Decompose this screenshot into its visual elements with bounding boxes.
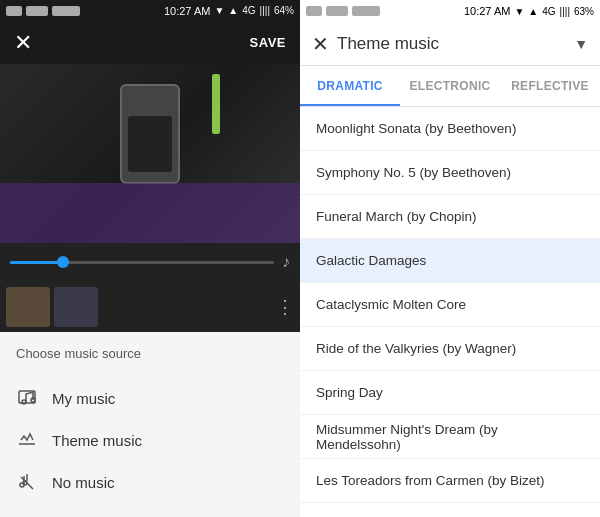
battery-icon: 64% [274,5,294,16]
right-status-time: 10:27 AM [464,5,510,17]
timeline-thumb[interactable] [57,256,69,268]
tab-reflective[interactable]: REFLECTIVE [500,66,600,106]
my-music-label: My music [52,390,115,407]
clip-thumb-1[interactable] [6,287,50,327]
music-note-icon: ♪ [282,253,290,271]
right-battery-icon: 63% [574,6,594,17]
right-panel-title: Theme music [337,34,566,54]
music-list-item[interactable]: Spring Day [300,371,600,415]
music-item-label: Ride of the Valkyries (by Wagner) [316,341,516,356]
wifi-icon: ▲ [228,5,238,16]
music-list-item[interactable]: Ride of the Valkyries (by Wagner) [300,327,600,371]
save-button[interactable]: SAVE [250,35,286,50]
svg-point-6 [23,481,27,485]
notification-icon: ▼ [214,5,224,16]
left-status-right: 10:27 AM ▼ ▲ 4G |||| 64% [164,5,294,17]
music-list-item[interactable]: Les Toreadors from Carmen (by Bizet) [300,459,600,503]
music-list-item[interactable]: Funeral March (by Chopin) [300,195,600,239]
close-icon[interactable]: ✕ [14,30,32,56]
right-wifi-icon: ▲ [528,6,538,17]
music-list-item[interactable]: Happy Tears [300,503,600,517]
left-toolbar: ✕ SAVE [0,21,300,64]
music-source-title: Choose music source [16,346,284,361]
music-list-item[interactable]: Midsummer Night's Dream (by Mendelssohn) [300,415,600,459]
right-status-right: 10:27 AM ▼ ▲ 4G |||| 63% [464,5,594,17]
purple-overlay [0,183,300,243]
clips-strip: ⋮ [0,282,300,332]
no-music-item[interactable]: No music [16,461,284,503]
signal-icon: 4G [242,5,255,16]
tabs-bar: DRAMATIC ELECTRONIC REFLECTIVE [300,66,600,107]
music-item-label: Midsummer Night's Dream (by Mendelssohn) [316,422,584,452]
left-status-left [6,6,80,16]
clip-more-icon[interactable]: ⋮ [276,296,294,318]
right-signal-icon: 4G [542,6,555,17]
right-app-icon-1 [306,6,322,16]
music-item-label: Cataclysmic Molten Core [316,297,466,312]
music-item-label: Symphony No. 5 (by Beethoven) [316,165,511,180]
music-item-label: Les Toreadors from Carmen (by Bizet) [316,473,545,488]
right-toolbar: ✕ Theme music ▼ [300,22,600,66]
right-notification-icon: ▼ [514,6,524,17]
left-status-time: 10:27 AM [164,5,210,17]
music-list-item[interactable]: Cataclysmic Molten Core [300,283,600,327]
app-icon-3 [52,6,80,16]
left-panel: 10:27 AM ▼ ▲ 4G |||| 64% ✕ SAVE ♪ ⋮ C [0,0,300,517]
music-list-item[interactable]: Galactic Damages [300,239,600,283]
video-area [0,64,300,243]
my-music-icon [16,387,38,409]
right-panel: 10:27 AM ▼ ▲ 4G |||| 63% ✕ Theme music ▼… [300,0,600,517]
music-list-item[interactable]: Moonlight Sonata (by Beethoven) [300,107,600,151]
music-item-label: Galactic Damages [316,253,426,268]
green-bar [212,74,220,134]
music-item-label: Moonlight Sonata (by Beethoven) [316,121,516,136]
left-status-bar: 10:27 AM ▼ ▲ 4G |||| 64% [0,0,300,21]
music-item-label: Spring Day [316,385,383,400]
phone-overlay [120,84,180,184]
tab-dramatic[interactable]: DRAMATIC [300,66,400,106]
music-list: Moonlight Sonata (by Beethoven)Symphony … [300,107,600,517]
app-icon-2 [26,6,48,16]
theme-music-item[interactable]: Theme music [16,419,284,461]
timeline-bar[interactable]: ♪ [0,243,300,282]
timeline-progress[interactable] [10,261,274,264]
right-close-icon[interactable]: ✕ [312,32,329,56]
signal-bars-icon: |||| [260,5,270,16]
video-thumbnail [0,64,300,243]
clip-thumb-2[interactable] [54,287,98,327]
music-item-label: Funeral March (by Chopin) [316,209,477,224]
dropdown-icon[interactable]: ▼ [574,36,588,52]
music-source-section: Choose music source My music Theme music [0,332,300,517]
theme-music-icon [16,429,38,451]
app-icon-1 [6,6,22,16]
no-music-label: No music [52,474,115,491]
right-signal-bars-icon: |||| [560,6,570,17]
right-app-icon-2 [326,6,348,16]
theme-music-label: Theme music [52,432,142,449]
tab-electronic[interactable]: ELECTRONIC [400,66,500,106]
music-list-item[interactable]: Symphony No. 5 (by Beethoven) [300,151,600,195]
no-music-icon [16,471,38,493]
right-app-icon-3 [352,6,380,16]
my-music-item[interactable]: My music [16,377,284,419]
right-status-bar: 10:27 AM ▼ ▲ 4G |||| 63% [300,0,600,22]
right-status-left [306,6,380,16]
